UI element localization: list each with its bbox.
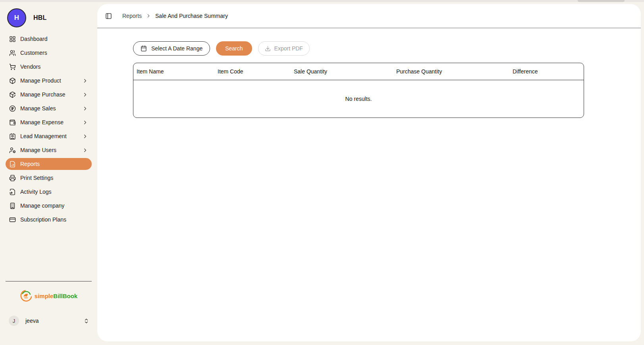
sidebar-item-label: Subscription Plans bbox=[20, 216, 66, 223]
printer-icon bbox=[9, 175, 16, 181]
column-header-difference: Difference bbox=[509, 68, 584, 75]
sidebar-footer: simpleBillBook J jeeva bbox=[6, 281, 92, 326]
simplebillbook-logo-icon bbox=[20, 289, 33, 302]
file-chart-icon bbox=[9, 161, 16, 168]
brand-name: HBL bbox=[33, 14, 46, 21]
brand-avatar: H bbox=[7, 8, 26, 27]
chevron-right-icon bbox=[82, 133, 88, 139]
page-header: Reports Sale And Purchase Summary bbox=[97, 4, 641, 28]
sidebar-item-print-settings[interactable]: Print Settings bbox=[6, 172, 92, 184]
sidebar-item-manage-product[interactable]: Manage Product bbox=[6, 75, 92, 87]
sidebar-item-label: Print Settings bbox=[20, 175, 53, 181]
date-range-button[interactable]: Select A Date Range bbox=[133, 41, 210, 56]
export-pdf-button[interactable]: Export PDF bbox=[258, 41, 310, 56]
wallet-icon bbox=[9, 119, 16, 126]
sidebar-item-lead-management[interactable]: Lead Management bbox=[6, 130, 92, 142]
logo-text: simpleBillBook bbox=[35, 293, 77, 299]
simplebillbook-logo: simpleBillBook bbox=[6, 286, 92, 305]
rupee-circle-icon bbox=[9, 105, 16, 112]
sidebar-item-manage-users[interactable]: Manage Users bbox=[6, 144, 92, 156]
sidebar-toggle-icon[interactable] bbox=[105, 13, 112, 19]
sidebar-item-manage-expense[interactable]: Manage Expense bbox=[6, 116, 92, 128]
file-input-icon bbox=[9, 189, 16, 195]
layout-grid-icon bbox=[9, 36, 16, 42]
sidebar-item-manage-sales[interactable]: Manage Sales bbox=[6, 102, 92, 114]
package-icon bbox=[9, 77, 16, 84]
users-icon bbox=[9, 50, 16, 56]
chevron-right-icon bbox=[82, 106, 88, 112]
sidebar-nav: Dashboard Customers Vendors Manage Produ… bbox=[6, 33, 92, 227]
sidebar-item-label: Manage Product bbox=[20, 77, 61, 84]
sidebar-item-label: Manage company bbox=[20, 202, 64, 209]
calendar-icon bbox=[141, 45, 147, 52]
date-range-label: Select A Date Range bbox=[151, 45, 202, 52]
sidebar-item-label: Manage Users bbox=[20, 147, 56, 153]
report-content: Select A Date Range Search Export PDF It… bbox=[97, 28, 641, 118]
logo-text-simple: simple bbox=[35, 293, 54, 299]
package-check-icon bbox=[9, 91, 16, 98]
brand-initial: H bbox=[14, 14, 19, 22]
breadcrumb-reports[interactable]: Reports bbox=[122, 13, 142, 19]
credit-card-icon bbox=[9, 216, 16, 223]
chevron-right-icon bbox=[82, 92, 88, 98]
breadcrumb-chevron-icon bbox=[146, 13, 151, 19]
column-header-sale-quantity: Sale Quantity bbox=[291, 68, 393, 75]
sidebar-item-label: Reports bbox=[20, 161, 40, 167]
sidebar-item-dashboard[interactable]: Dashboard bbox=[6, 33, 92, 45]
sidebar-item-label: Activity Logs bbox=[20, 189, 52, 195]
shopping-cart-icon bbox=[9, 64, 16, 70]
sidebar-item-manage-purchase[interactable]: Manage Purchase bbox=[6, 89, 92, 100]
sidebar-item-subscription-plans[interactable]: Subscription Plans bbox=[6, 214, 92, 226]
user-initial: J bbox=[13, 318, 15, 324]
chevron-right-icon bbox=[82, 78, 88, 84]
sidebar: H HBL Dashboard Customers Vendors Manage… bbox=[0, 2, 97, 345]
page-title: Sale And Purchase Summary bbox=[155, 13, 228, 19]
main-panel: Reports Sale And Purchase Summary Select… bbox=[97, 4, 641, 341]
download-icon bbox=[265, 46, 271, 52]
sidebar-item-label: Manage Purchase bbox=[20, 91, 66, 98]
user-menu[interactable]: J jeeva bbox=[6, 316, 92, 326]
sidebar-item-label: Manage Expense bbox=[20, 119, 64, 125]
logo-text-billbook: BillBook bbox=[53, 293, 77, 299]
sidebar-item-customers[interactable]: Customers bbox=[6, 47, 92, 59]
summary-table: Item Name Item Code Sale Quantity Purcha… bbox=[133, 63, 584, 118]
column-header-purchase-quantity: Purchase Quantity bbox=[393, 68, 509, 75]
table-header-row: Item Name Item Code Sale Quantity Purcha… bbox=[133, 63, 584, 80]
sidebar-item-label: Lead Management bbox=[20, 133, 67, 139]
sidebar-divider bbox=[6, 281, 92, 281]
export-pdf-label: Export PDF bbox=[274, 45, 303, 52]
search-button[interactable]: Search bbox=[216, 41, 252, 56]
brand: H HBL bbox=[7, 8, 92, 27]
chevron-right-icon bbox=[82, 147, 88, 153]
sidebar-item-activity-logs[interactable]: Activity Logs bbox=[6, 186, 92, 198]
column-header-item-name: Item Name bbox=[133, 68, 214, 75]
user-name: jeeva bbox=[25, 318, 39, 324]
user-avatar: J bbox=[9, 316, 19, 326]
search-label: Search bbox=[225, 45, 243, 52]
report-toolbar: Select A Date Range Search Export PDF bbox=[133, 41, 641, 56]
sidebar-item-label: Manage Sales bbox=[20, 105, 56, 112]
sidebar-item-label: Customers bbox=[20, 50, 47, 56]
sidebar-item-label: Vendors bbox=[20, 64, 40, 70]
sidebar-item-vendors[interactable]: Vendors bbox=[6, 61, 92, 73]
empty-results-message: No results. bbox=[133, 80, 584, 118]
building-icon bbox=[9, 202, 16, 209]
chevron-right-icon bbox=[82, 119, 88, 125]
top-scrollbar-thumb[interactable] bbox=[578, 0, 625, 2]
chevrons-up-down-icon bbox=[83, 318, 89, 324]
sidebar-item-reports[interactable]: Reports bbox=[6, 158, 92, 170]
column-header-item-code: Item Code bbox=[214, 68, 291, 75]
user-cog-icon bbox=[9, 147, 16, 154]
sidebar-item-manage-company[interactable]: Manage company bbox=[6, 200, 92, 212]
top-scrollbar-track bbox=[0, 0, 644, 2]
contact-card-icon bbox=[9, 133, 16, 140]
sidebar-item-label: Dashboard bbox=[20, 36, 48, 42]
